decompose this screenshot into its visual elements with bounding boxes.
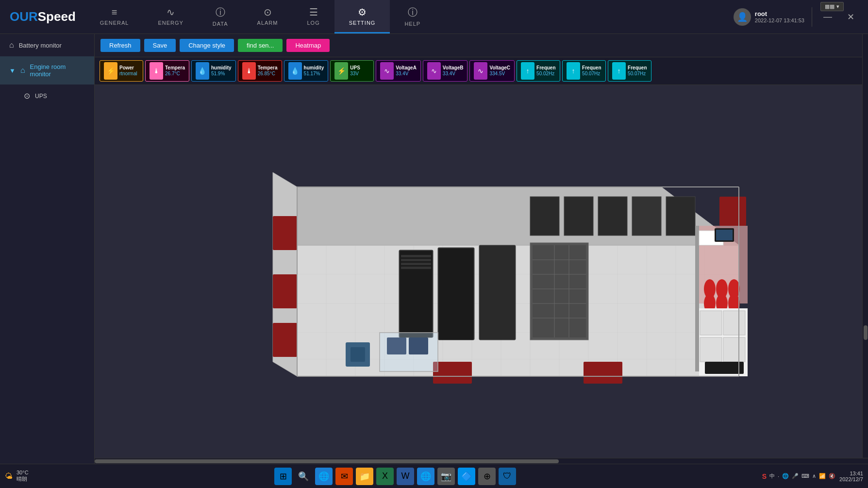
svg-rect-68 (723, 311, 745, 335)
outlook-button[interactable]: ✉ (335, 468, 353, 485)
refresh-button[interactable]: Refresh (100, 39, 140, 52)
word-button[interactable]: W (397, 468, 414, 485)
save-button[interactable]: Save (144, 39, 176, 52)
excel-button[interactable]: X (376, 468, 394, 485)
explorer-button[interactable]: 📁 (356, 468, 373, 485)
sensor-row: ⚡ Power rtnormal 🌡 Tempera 26.7°C 💧 humi… (95, 57, 868, 85)
lang-icon[interactable]: 中 (769, 472, 775, 480)
svg-rect-27 (273, 216, 297, 250)
engine-home-icon: ⌂ (20, 66, 25, 75)
sensor-card-hum2[interactable]: 💧 humidity 51.17% (284, 60, 329, 82)
temp2-sensor-name: Tempera (258, 65, 278, 71)
weather-temp: 30°C (17, 470, 29, 475)
chrome-button[interactable]: 🌐 (315, 468, 333, 485)
voltc-sensor-info: VoltageC 334.5V (489, 65, 510, 77)
freq2-sensor-info: Frequen 50.07Hz (582, 65, 601, 77)
user-name: root (755, 10, 804, 17)
sensor-card-power[interactable]: ⚡ Power rtnormal (100, 60, 143, 82)
sensor-card-freq3[interactable]: ↑ Frequen 50.07Hz (608, 60, 651, 82)
floorplan-container (215, 148, 749, 401)
scrollbar-thumb-h (95, 459, 559, 463)
tab-log[interactable]: ☰ LOG (292, 0, 334, 34)
svg-rect-67 (700, 311, 722, 335)
voltb-sensor-name: VoltageB (443, 65, 464, 71)
hum1-sensor-name: humidity (211, 65, 232, 71)
svg-rect-24 (433, 362, 472, 384)
heatmap-button[interactable]: Heatmap (286, 39, 330, 52)
volume-icon[interactable]: 🔇 (829, 473, 835, 479)
search-button[interactable]: 🔍 (295, 468, 312, 485)
svg-rect-51 (598, 197, 627, 236)
sys-tray: S 中 · 🌐 🎤 ⌨ ∧ 📶 🔇 (762, 472, 835, 480)
nav-tabs: ≡ GENERAL ∿ ENERGY ⓘ DATA ⊙ ALARM ☰ LOG … (85, 0, 734, 34)
shield-app-button[interactable]: 🛡 (499, 468, 516, 485)
sensor-card-volta[interactable]: ∿ VoltageA 33.4V (376, 60, 421, 82)
svg-rect-28 (273, 274, 297, 308)
voltb-sensor-info: VoltageB 33.4V (443, 65, 464, 77)
tab-data[interactable]: ⓘ DATA (198, 0, 243, 34)
minimize-button[interactable]: — (819, 12, 836, 22)
setting-icon: ⚙ (358, 6, 367, 18)
help-icon: ⓘ (408, 6, 417, 19)
hum1-sensor-icon: 💧 (196, 62, 209, 80)
wifi-icon[interactable]: 📶 (819, 473, 826, 479)
tab-alarm[interactable]: ⊙ ALARM (243, 0, 293, 34)
horizontal-scrollbar[interactable] (95, 458, 868, 464)
svg-rect-25 (584, 362, 622, 384)
sidebar-item-battery[interactable]: ⌂ Battery monitor (0, 34, 94, 56)
keyboard-icon[interactable]: ⌨ (801, 473, 809, 479)
general-label: GENERAL (100, 20, 129, 26)
globe-icon[interactable]: 🌐 (782, 473, 789, 479)
log-icon: ☰ (309, 6, 318, 18)
sensor-card-freq1[interactable]: ↑ Frequen 50.02Hz (517, 60, 560, 82)
grid-selector[interactable]: ▦▦ ▾ (820, 2, 844, 11)
sensor-card-voltc[interactable]: ∿ VoltageC 334.5V (469, 60, 515, 82)
input-mode-icon[interactable]: · (778, 473, 779, 479)
edge-button[interactable]: 🌐 (417, 468, 434, 485)
sidebar-item-engine-label: Engine room monitor (30, 63, 86, 78)
sensor-card-voltb[interactable]: ∿ VoltageB 33.4V (423, 60, 468, 82)
battery-home-icon: ⌂ (9, 41, 14, 50)
tab-energy[interactable]: ∿ ENERGY (143, 0, 198, 34)
close-button[interactable]: ✕ (843, 12, 858, 22)
sensor-card-ups[interactable]: ⚡ UPS 33V (330, 60, 374, 82)
power-sensor-info: Power rtnormal (119, 65, 137, 77)
ups-sensor-name: UPS (350, 65, 360, 71)
sidebar-item-ups[interactable]: ⊙ UPS (15, 84, 94, 107)
sensor-card-freq2[interactable]: ↑ Frequen 50.07Hz (562, 60, 606, 82)
tab-help[interactable]: ⓘ HELP (390, 0, 435, 34)
find-sensor-button[interactable]: find sen... (238, 39, 283, 52)
voltb-sensor-value: 33.4V (443, 71, 464, 77)
floorplan-area[interactable] (95, 85, 868, 464)
teams-button[interactable]: 🔷 (458, 468, 475, 485)
freq3-sensor-value: 50.07Hz (628, 71, 647, 77)
freq3-sensor-icon: ↑ (612, 62, 626, 80)
change-style-button[interactable]: Change style (180, 39, 234, 52)
tab-general[interactable]: ≡ GENERAL (85, 0, 144, 34)
user-datetime: 2022-12-07 13:41:53 (755, 17, 804, 23)
svg-rect-36 (401, 267, 431, 269)
sensor-card-temp2[interactable]: 🌡 Tempera 26.85°C (238, 60, 282, 82)
sensor-card-temp1[interactable]: 🌡 Tempera 26.7°C (145, 60, 189, 82)
title-bar-right: 👤 root 2022-12-07 13:41:53 — ✕ (734, 7, 868, 27)
svg-rect-34 (401, 259, 431, 261)
ups-sensor-value: 33V (350, 71, 360, 77)
tab-setting[interactable]: ⚙ SETTING (334, 0, 390, 34)
temp1-sensor-icon: 🌡 (150, 62, 163, 80)
photos-button[interactable]: 📷 (437, 468, 455, 485)
app-button[interactable]: ⊕ (478, 468, 496, 485)
temp1-sensor-info: Tempera 26.7°C (165, 65, 185, 77)
svg-rect-69 (700, 337, 722, 362)
mic-icon[interactable]: 🎤 (792, 473, 799, 479)
ime-icon[interactable]: S (762, 472, 767, 480)
sidebar-item-engine[interactable]: ▼ ⌂ Engine room monitor (0, 56, 94, 84)
vertical-scrollbar[interactable] (862, 34, 868, 458)
hum2-sensor-info: humidity 51.17% (304, 65, 324, 77)
tray-expand[interactable]: ∧ (812, 473, 816, 479)
start-button[interactable]: ⊞ (274, 468, 292, 485)
svg-rect-30 (719, 197, 746, 226)
sensor-card-hum1[interactable]: 💧 humidity 51.9% (191, 60, 236, 82)
freq3-sensor-name: Frequen (628, 65, 647, 71)
svg-rect-76 (351, 347, 365, 362)
main-content: Refresh Save Change style find sen... He… (95, 34, 868, 464)
